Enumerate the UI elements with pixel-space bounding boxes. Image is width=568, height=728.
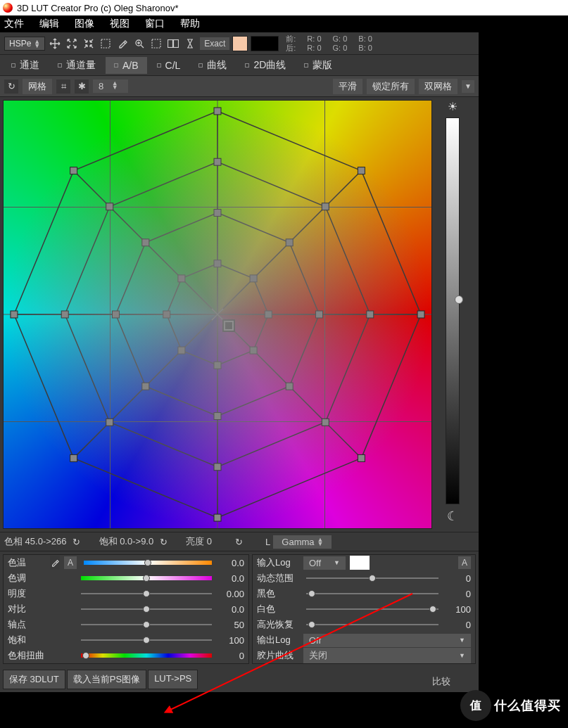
- lockall-button[interactable]: 锁定所有: [367, 79, 415, 94]
- contrast-slider[interactable]: [81, 608, 212, 610]
- marquee-tool-icon[interactable]: [99, 37, 113, 51]
- bright-value: 0.00: [219, 589, 244, 599]
- sun-icon[interactable]: ☀: [448, 100, 457, 113]
- grid-hex-icon[interactable]: ✱: [75, 79, 89, 94]
- brightness-slider[interactable]: [446, 117, 460, 504]
- menu-help[interactable]: 帮助: [180, 18, 200, 30]
- outputlog-select[interactable]: Off▼: [303, 634, 471, 647]
- load-ps-image-button[interactable]: 载入当前PS图像: [67, 670, 146, 689]
- select-rect-icon[interactable]: [149, 37, 163, 51]
- highlight-slider[interactable]: [306, 624, 438, 625]
- tab-mask[interactable]: 蒙版: [296, 57, 341, 74]
- svg-rect-23: [214, 260, 221, 267]
- hue-readout: 色相 45.0->266: [4, 535, 67, 548]
- huewarp-slider[interactable]: [81, 653, 212, 658]
- grid-count[interactable]: 8 ▲▼: [93, 79, 128, 93]
- tab-channel[interactable]: 通道: [3, 57, 48, 74]
- huewarp-label: 色相扭曲: [8, 649, 50, 662]
- svg-rect-27: [214, 362, 221, 369]
- svg-rect-39: [214, 158, 221, 165]
- svg-rect-33: [316, 311, 323, 318]
- refresh-hue-icon[interactable]: ↻: [70, 535, 84, 549]
- outputlog-label: 输出Log: [257, 634, 299, 646]
- lut-to-ps-button[interactable]: LUT->PS: [148, 670, 198, 689]
- smooth-button[interactable]: 平滑: [333, 79, 362, 94]
- svg-rect-58: [225, 322, 232, 329]
- film-label: 胶片曲线: [257, 649, 299, 662]
- sat-slider[interactable]: [81, 639, 212, 641]
- eyedropper-tool-icon[interactable]: [115, 37, 130, 51]
- black-slider[interactable]: [306, 593, 438, 594]
- grid-hash-icon[interactable]: ⌗: [56, 79, 70, 94]
- menu-image[interactable]: 图像: [75, 18, 94, 30]
- svg-rect-53: [11, 311, 18, 318]
- save-3dlut-button[interactable]: 保存 3DLUT: [3, 670, 65, 689]
- tab-cl[interactable]: C/L: [149, 57, 189, 74]
- white-value: 100: [446, 604, 471, 615]
- foreground-swatch[interactable]: [232, 36, 248, 51]
- dynamic-slider[interactable]: [306, 577, 438, 579]
- mode-selector[interactable]: HSPe ▲▼: [4, 37, 45, 51]
- eyedropper-temp-icon[interactable]: [50, 556, 60, 570]
- status-row: 色相 45.0->266 ↻ 饱和 0.0->9.0 ↻ 亮度 0 ↻ L Ga…: [0, 532, 479, 551]
- background-swatch[interactable]: [251, 36, 279, 51]
- contract-tool-icon[interactable]: [82, 37, 96, 51]
- exact-button[interactable]: Exact: [200, 37, 229, 50]
- refresh-icon[interactable]: ↻: [4, 79, 18, 94]
- a-button-temp[interactable]: A: [64, 556, 77, 569]
- color-wheel[interactable]: [3, 100, 432, 529]
- svg-rect-30: [178, 275, 185, 282]
- svg-rect-25: [265, 311, 272, 318]
- svg-rect-47: [214, 108, 221, 115]
- window-title: 3D LUT Creator Pro (c) Oleg Sharonov*: [17, 3, 179, 13]
- watermark: 值 什么值得买: [460, 690, 561, 721]
- svg-rect-24: [250, 275, 257, 282]
- svg-line-18: [217, 314, 361, 458]
- white-slider[interactable]: [306, 608, 438, 610]
- pivot-slider[interactable]: [81, 624, 212, 625]
- bottom-panels: 色温 A 0.0 色调 0.0 明度 0.00 对比 0.: [0, 551, 479, 667]
- refresh-lum-icon[interactable]: ↻: [232, 535, 246, 549]
- inputlog-select[interactable]: Off▼: [303, 556, 346, 570]
- svg-marker-12: [115, 212, 319, 416]
- tint-slider[interactable]: [81, 576, 212, 580]
- svg-rect-29: [163, 311, 170, 318]
- moon-icon[interactable]: ☾: [447, 509, 458, 524]
- compare-label[interactable]: 比较: [432, 675, 450, 688]
- grid-label-button[interactable]: 网格: [23, 79, 52, 94]
- gamma-selector[interactable]: Gamma ▲▼: [273, 535, 332, 549]
- zoom-tool-icon[interactable]: [132, 37, 146, 51]
- tab-curves[interactable]: 曲线: [190, 57, 235, 74]
- svg-line-55: [212, 309, 223, 320]
- menu-edit[interactable]: 编辑: [39, 18, 59, 30]
- white-swatch[interactable]: [350, 556, 370, 570]
- svg-line-16: [217, 171, 361, 314]
- menu-window[interactable]: 窗口: [145, 18, 165, 30]
- dropdown-icon[interactable]: ▼: [462, 80, 474, 93]
- rgb-readout: 前: R: 0 G: 0 B: 0 后: R: 0 G: 0 B: 0: [282, 34, 479, 53]
- hourglass-icon[interactable]: [183, 37, 197, 51]
- screen-split-icon[interactable]: [166, 37, 180, 51]
- refresh-sat-icon[interactable]: ↻: [156, 535, 170, 549]
- bright-slider[interactable]: [81, 593, 212, 594]
- contrast-label: 对比: [8, 603, 46, 615]
- menu-view[interactable]: 视图: [110, 18, 130, 30]
- svg-rect-28: [178, 347, 185, 354]
- move-tool-icon[interactable]: [48, 37, 62, 51]
- menu-file[interactable]: 文件: [4, 18, 24, 30]
- top-toolbar: HSPe ▲▼: [0, 32, 479, 55]
- expand-tool-icon[interactable]: [65, 37, 79, 51]
- svg-rect-38: [142, 239, 149, 246]
- temp-slider[interactable]: [84, 561, 212, 565]
- tab-ab[interactable]: A/B: [106, 57, 147, 74]
- tab-2dcurves[interactable]: 2D曲线: [236, 57, 294, 74]
- dualgrid-button[interactable]: 双网格: [419, 79, 457, 94]
- brightness-knob[interactable]: [455, 295, 463, 304]
- svg-rect-0: [101, 39, 110, 48]
- svg-rect-54: [70, 167, 77, 174]
- film-select[interactable]: 关闭▼: [303, 648, 471, 663]
- tab-channelvol[interactable]: 通道量: [49, 57, 104, 74]
- a-button-right[interactable]: A: [458, 556, 471, 569]
- contrast-value: 0.0: [219, 604, 244, 615]
- svg-rect-36: [142, 383, 149, 390]
